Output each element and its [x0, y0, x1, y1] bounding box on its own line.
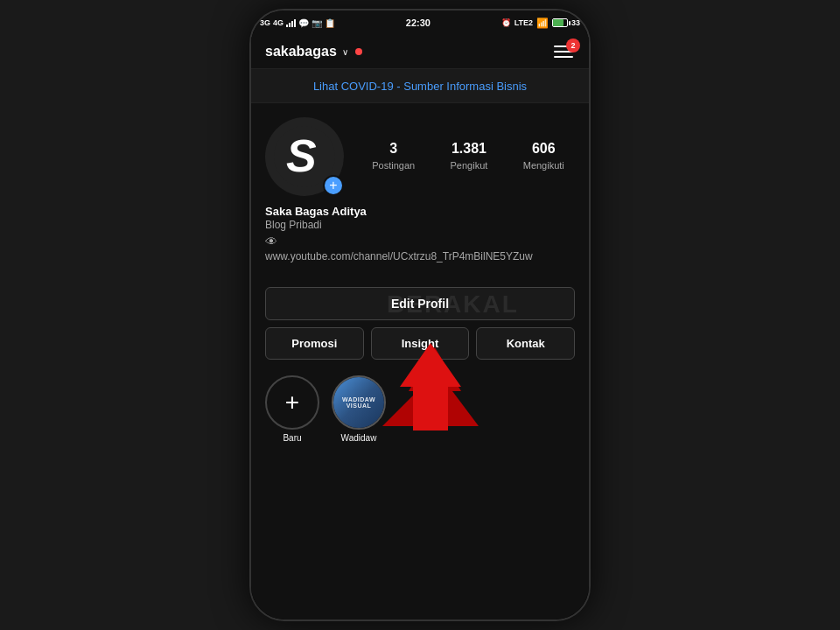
posts-count: 3 [372, 141, 415, 157]
new-story-item: + Baru [265, 375, 319, 443]
network2-text: 4G [273, 18, 284, 27]
followers-count: 1.381 [451, 141, 488, 157]
profile-section: S + 3 Postingan 1.381 Pengikut [251, 103, 589, 276]
edit-profile-button[interactable]: Edit Profil [265, 287, 575, 320]
following-stat: 606 Mengikuti [523, 141, 564, 172]
story-label-1: Wadidaw [341, 433, 377, 443]
status-time: 22:30 [406, 18, 430, 28]
profile-link[interactable]: www.youtube.com/channel/UCxtrzu8_TrP4mBi… [265, 250, 575, 262]
promosi-button[interactable]: Promosi [265, 327, 364, 360]
avatar-container: S + [265, 117, 344, 196]
following-label: Mengikuti [523, 160, 564, 171]
menu-container: 2 [552, 44, 575, 60]
status-left: 3G 4G 💬 📷 📋 [260, 18, 335, 28]
story-item-1: WADIDAW VISUAL Wadidaw [332, 375, 386, 443]
battery-pct: 33 [571, 18, 580, 27]
dropdown-chevron[interactable]: ∨ [342, 47, 348, 57]
story-thumb-inner: WADIDAW VISUAL [333, 377, 384, 428]
stats-container: 3 Postingan 1.381 Pengikut 606 Mengikuti [361, 141, 575, 172]
signal-bar-3 [291, 21, 293, 27]
followers-stat: 1.381 Pengikut [451, 141, 488, 172]
online-dot [355, 48, 362, 55]
profile-bio: Blog Pribadi [265, 219, 575, 231]
signal-bar-4 [294, 19, 296, 27]
action-buttons: Edit Profil Promosi Insight Kontak [251, 276, 589, 365]
battery-icon [552, 18, 568, 27]
app-header: sakabagas ∨ 2 [251, 35, 589, 68]
signal-bar-1 [286, 24, 288, 27]
profile-name: Saka Bagas Aditya [265, 205, 575, 218]
story-thumb-1[interactable]: WADIDAW VISUAL [332, 375, 386, 430]
covid-link[interactable]: Lihat COVID-19 - Sumber Informasi Bisnis [313, 80, 527, 93]
profile-info: Saka Bagas Aditya Blog Pribadi 👁 www.you… [265, 205, 575, 262]
signal-bar-2 [289, 23, 290, 27]
kontak-button[interactable]: Kontak [476, 327, 575, 360]
following-count: 606 [523, 141, 564, 157]
username-label: sakabagas [265, 44, 337, 60]
eye-icon: 👁 [265, 234, 575, 248]
posts-label: Postingan [372, 160, 415, 171]
app-content: sakabagas ∨ 2 Lihat COVID-19 - Sumber In… [251, 35, 589, 620]
carrier-text: LTE2 [514, 18, 533, 27]
posts-stat: 3 Postingan [372, 141, 415, 172]
add-story-circle[interactable]: + [265, 375, 319, 430]
status-bar: 3G 4G 💬 📷 📋 22:30 ⏰ LTE2 📶 33 [251, 10, 589, 35]
battery-fill [553, 19, 564, 26]
profile-top: S + 3 Postingan 1.381 Pengikut [265, 117, 575, 196]
insight-button[interactable]: Insight [371, 327, 470, 360]
camera-icon: 📷 [312, 18, 322, 28]
whatsapp-icon: 💬 [298, 18, 309, 28]
followers-label: Pengikut [451, 160, 488, 171]
notification-icon: 📋 [325, 18, 335, 28]
stories-section: + Baru WADIDAW VISUAL Wadidaw [251, 365, 589, 453]
add-story-button[interactable]: + [323, 175, 344, 196]
signal-bars [286, 19, 296, 27]
wifi-icon: 📶 [536, 18, 549, 29]
header-left: sakabagas ∨ [265, 44, 362, 60]
notification-badge: 2 [566, 38, 580, 52]
covid-banner: Lihat COVID-19 - Sumber Informasi Bisnis [251, 68, 589, 103]
story-thumb-text: WADIDAW VISUAL [333, 396, 384, 409]
phone-frame: 3G 4G 💬 📷 📋 22:30 ⏰ LTE2 📶 33 [249, 9, 591, 621]
secondary-buttons: Promosi Insight Kontak [265, 327, 575, 360]
network1-text: 3G [260, 18, 270, 27]
new-story-label: Baru [283, 433, 301, 443]
status-right: ⏰ LTE2 📶 33 [501, 18, 580, 29]
svg-text:S: S [286, 130, 317, 181]
alarm-icon: ⏰ [501, 18, 511, 27]
hamburger-line-3 [554, 56, 573, 58]
